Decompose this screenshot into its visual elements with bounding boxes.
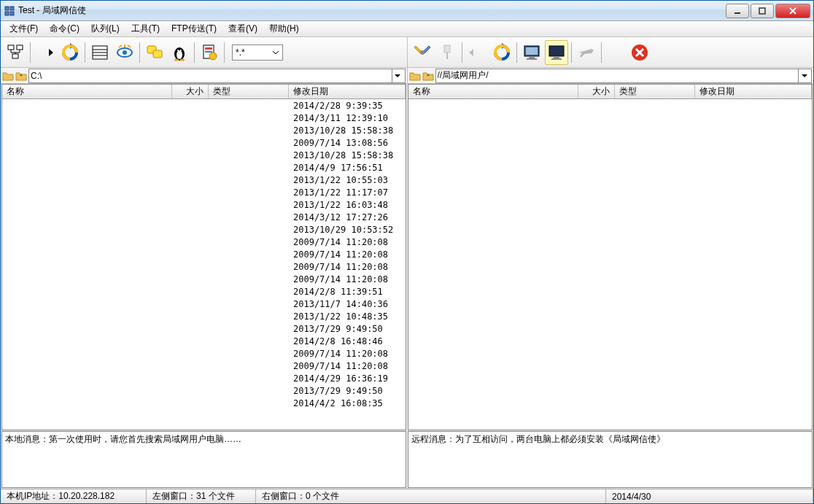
left-file-list[interactable]: 2014/2/28 9:39:352014/3/11 12:39:102013/… [2, 99, 406, 430]
col-name[interactable]: 名称 [2, 85, 172, 98]
transfer-right-icon[interactable] [34, 40, 57, 65]
minimize-button[interactable] [726, 4, 749, 18]
col-date[interactable]: 修改日期 [289, 85, 406, 98]
list-view-icon[interactable] [88, 40, 112, 65]
svg-point-14 [123, 50, 127, 55]
table-row[interactable]: 2013/10/28 15:58:38 [2, 149, 406, 161]
menu-ftp[interactable]: FTP传送(T) [166, 21, 222, 36]
svg-point-18 [177, 50, 182, 59]
menu-tools[interactable]: 工具(T) [125, 21, 166, 36]
table-row[interactable]: 2009/7/14 11:20:08 [2, 360, 406, 372]
svg-rect-31 [526, 47, 538, 55]
left-pane: 名称 大小 类型 修改日期 2014/2/28 9:39:352014/3/11… [1, 84, 406, 430]
table-row[interactable]: 2014/2/28 9:39:35 [2, 99, 406, 112]
svg-rect-16 [153, 50, 162, 58]
table-row[interactable]: 2014/4/9 17:56:51 [2, 161, 406, 174]
col-name[interactable]: 名称 [408, 85, 578, 98]
table-row[interactable]: 2013/7/29 9:49:50 [2, 384, 406, 397]
table-row[interactable]: 2013/11/7 14:40:36 [2, 298, 406, 310]
col-size[interactable]: 大小 [578, 85, 615, 98]
window-title: Test - 局域网信使 [18, 4, 726, 17]
col-size[interactable]: 大小 [172, 85, 209, 98]
col-date[interactable]: 修改日期 [695, 85, 812, 98]
table-row[interactable]: 2014/3/11 12:39:10 [2, 112, 406, 124]
refresh-icon[interactable] [58, 40, 82, 65]
eye-icon[interactable] [113, 40, 136, 65]
svg-rect-4 [734, 12, 740, 14]
status-ip: 本机IP地址：10.20.228.182 [1, 489, 147, 503]
right-path-combo[interactable] [435, 69, 813, 83]
menu-view[interactable]: 查看(V) [222, 21, 263, 36]
menu-help[interactable]: 帮助(H) [263, 21, 305, 36]
svg-rect-32 [529, 56, 535, 58]
table-row[interactable]: 2009/7/14 11:20:08 [2, 260, 406, 273]
titlebar: Test - 局域网信使 [1, 1, 813, 21]
monitor-moon-icon[interactable] [545, 40, 568, 65]
penguin-icon[interactable] [168, 40, 191, 65]
close-button[interactable] [775, 4, 810, 18]
message-panes: 本地消息：第一次使用时，请您首先搜索局域网用户电脑…… 远程消息：为了互相访问，… [1, 430, 813, 489]
status-right-window: 右侧窗口：0 个文件 [256, 489, 606, 503]
menu-file[interactable]: 文件(F) [4, 21, 44, 36]
table-row[interactable]: 2009/7/14 11:20:08 [2, 273, 406, 285]
table-row[interactable]: 2013/1/22 11:17:07 [2, 186, 406, 198]
table-row[interactable]: 2009/7/14 11:20:08 [2, 347, 406, 360]
svg-rect-3 [10, 12, 14, 15]
left-path-combo[interactable] [28, 69, 406, 83]
table-row[interactable]: 2013/10/28 15:58:38 [2, 124, 406, 136]
chevron-down-icon[interactable] [798, 69, 810, 82]
table-row[interactable]: 2014/4/2 16:08:35 [2, 397, 406, 409]
table-row[interactable]: 2009/7/14 11:20:08 [2, 248, 406, 260]
table-row[interactable]: 2014/2/8 11:39:51 [2, 285, 406, 298]
right-path-input[interactable] [438, 71, 799, 81]
left-header: 名称 大小 类型 修改日期 [2, 85, 406, 99]
refresh-remote-icon[interactable] [490, 40, 513, 65]
menu-queue[interactable]: 队列(L) [85, 21, 125, 36]
table-row[interactable]: 2009/7/14 13:08:56 [2, 136, 406, 149]
monitor-icon[interactable] [520, 40, 543, 65]
col-type[interactable]: 类型 [615, 85, 695, 98]
table-row[interactable]: 2013/1/22 10:48:35 [2, 310, 406, 322]
folder-up-icon[interactable] [422, 71, 434, 81]
svg-rect-6 [8, 45, 14, 50]
statusbar: 本机IP地址：10.20.228.182 左侧窗口：31 个文件 右侧窗口：0 … [1, 489, 813, 503]
local-message[interactable]: 本地消息：第一次使用时，请您首先搜索局域网用户电脑…… [1, 431, 406, 488]
svg-rect-1 [10, 7, 14, 10]
table-row[interactable]: 2013/10/29 10:53:52 [2, 223, 406, 236]
svg-point-19 [177, 50, 179, 51]
network-icon[interactable] [4, 40, 27, 65]
svg-rect-5 [759, 8, 765, 14]
table-row[interactable]: 2014/3/12 17:27:26 [2, 211, 406, 223]
filter-combo[interactable]: *.* [232, 44, 283, 61]
chevron-down-icon [272, 49, 279, 56]
table-row[interactable]: 2014/4/29 16:36:19 [2, 372, 406, 384]
document-icon[interactable] [198, 40, 221, 65]
table-row[interactable]: 2013/1/22 10:55:03 [2, 174, 406, 186]
status-left-window: 左侧窗口：31 个文件 [147, 489, 256, 503]
error-icon[interactable] [628, 40, 651, 65]
folder-icon[interactable] [2, 71, 14, 81]
disconnect-icon[interactable] [435, 40, 459, 65]
airplane-icon[interactable] [575, 40, 598, 65]
svg-rect-25 [205, 51, 212, 53]
menu-command[interactable]: 命令(C) [44, 21, 85, 36]
svg-rect-35 [554, 56, 559, 58]
back-icon[interactable] [465, 40, 489, 65]
svg-rect-0 [5, 7, 9, 10]
svg-point-20 [180, 50, 182, 51]
tools-icon[interactable] [411, 40, 434, 65]
right-file-list[interactable] [408, 99, 812, 430]
table-row[interactable]: 2013/7/29 9:49:50 [2, 322, 406, 335]
table-row[interactable]: 2014/2/8 16:48:46 [2, 335, 406, 347]
table-row[interactable]: 2013/1/22 16:03:48 [2, 198, 406, 211]
table-row[interactable]: 2009/7/14 11:20:08 [2, 236, 406, 248]
col-type[interactable]: 类型 [209, 85, 289, 98]
svg-rect-8 [12, 54, 18, 58]
left-path-input[interactable] [31, 71, 392, 81]
maximize-button[interactable] [751, 4, 774, 18]
folder-icon[interactable] [409, 71, 421, 81]
folder-up-icon[interactable] [15, 71, 27, 81]
chevron-down-icon[interactable] [392, 69, 403, 82]
chat-icon[interactable] [143, 40, 166, 65]
remote-message[interactable]: 远程消息：为了互相访问，两台电脑上都必须安装《局域网信使》 [408, 431, 813, 488]
